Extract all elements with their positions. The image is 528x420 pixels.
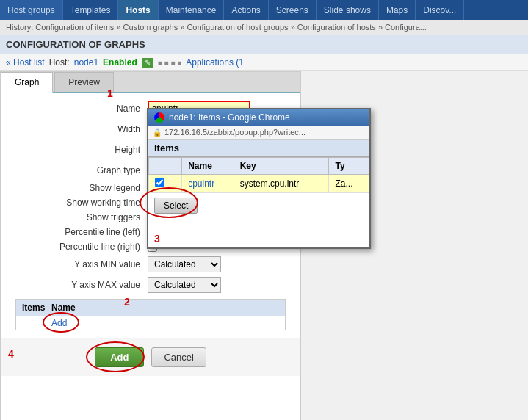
tabs: Graph Preview — [1, 72, 300, 93]
nav-hosts[interactable]: Hosts — [118, 0, 158, 20]
add-button[interactable]: Add — [95, 347, 144, 367]
nav-host-groups[interactable]: Host groups — [0, 0, 63, 20]
nav-maintenance[interactable]: Maintenance — [159, 0, 225, 20]
cancel-button[interactable]: Cancel — [151, 347, 206, 367]
y-axis-max-label: Y axis MAX value — [15, 280, 148, 290]
y-axis-max-select[interactable]: Calculated Fixed Item — [148, 277, 221, 293]
chrome-icon — [154, 112, 164, 123]
annotation-3: 3 — [154, 233, 160, 245]
width-label: Width — [15, 124, 148, 134]
popup-select-button[interactable]: Select — [154, 198, 198, 214]
popup-items-table: Name Key Ty cpuintr system.cpu.intr Za..… — [148, 157, 369, 193]
show-triggers-label: Show triggers — [15, 212, 148, 222]
items-col-name-header: Name — [46, 300, 285, 316]
popup-row-type-cell: Za... — [329, 175, 369, 193]
items-section: 2 Items Name Add — [15, 299, 286, 330]
top-navigation: Host groups Templates Hosts Maintenance … — [0, 0, 528, 20]
tab-preview[interactable]: Preview — [54, 72, 114, 92]
y-axis-min-row: Y axis MIN value Calculated Fixed Item — [15, 256, 286, 272]
tab-graph[interactable]: Graph — [1, 72, 53, 93]
items-col-num-header: Items — [16, 300, 46, 316]
graph-type-label: Graph type — [15, 165, 148, 175]
annotation-1: 1 — [107, 87, 113, 99]
name-label: Name — [15, 104, 148, 114]
popup-table-row: cpuintr system.cpu.intr Za... — [149, 175, 369, 193]
show-working-time-label: Show working time — [15, 198, 148, 208]
nav-actions[interactable]: Actions — [224, 0, 268, 20]
popup-row-checkbox-cell — [149, 175, 182, 193]
percentile-right-label: Percentile line (right) — [15, 242, 148, 252]
nav-discovery[interactable]: Discov... — [416, 0, 464, 20]
popup-content-header: Items — [148, 140, 369, 157]
popup-url-bar: 🔒 172.16.16.5/zabbix/popup.php?writec... — [148, 126, 369, 140]
popup-table-header-row: Name Key Ty — [149, 158, 369, 175]
host-name-link[interactable]: node1 — [74, 57, 98, 68]
popup-col-name: Name — [182, 158, 234, 175]
nav-templates[interactable]: Templates — [63, 0, 119, 20]
popup-col-key: Key — [234, 158, 329, 175]
percentile-left-label: Percentile line (left) — [15, 227, 148, 237]
popup-url: 172.16.16.5/zabbix/popup.php?writec... — [164, 128, 305, 137]
annotation-3-area: 3 — [148, 218, 369, 247]
popup-item-name-link[interactable]: cpuintr — [188, 178, 214, 189]
annotation-4: 4 — [8, 348, 14, 360]
host-status: Enabled — [103, 57, 137, 68]
items-add-row: Add — [16, 316, 285, 330]
bottom-buttons: Add Cancel — [1, 338, 300, 376]
host-list-link[interactable]: « Host list — [6, 57, 45, 68]
popup-window: node1: Items - Google Chrome 🔒 172.16.16… — [147, 108, 371, 249]
popup-col-type: Ty — [329, 158, 369, 175]
add-btn-container: Add — [95, 347, 144, 367]
host-label: Host: — [49, 57, 70, 68]
popup-title: node1: Items - Google Chrome — [169, 112, 290, 123]
items-add-link[interactable]: Add — [51, 318, 67, 328]
applications-link[interactable]: Applications (1 — [186, 57, 244, 68]
show-legend-label: Show legend — [15, 183, 148, 193]
popup-row-key-cell: system.cpu.intr — [234, 175, 329, 193]
lock-icon: 🔒 — [153, 128, 162, 137]
y-axis-max-row: Y axis MAX value Calculated Fixed Item — [15, 277, 286, 293]
y-axis-min-label: Y axis MIN value — [15, 259, 148, 269]
breadcrumb: History: Configuration of items » Custom… — [0, 20, 528, 35]
host-icons: ■ ■ ■ ■ — [158, 59, 182, 67]
y-axis-min-select[interactable]: Calculated Fixed Item — [148, 256, 221, 272]
items-table-header: Items Name — [16, 300, 285, 316]
host-edit-icon-btn[interactable]: ✎ — [142, 58, 153, 68]
popup-col-checkbox — [149, 158, 182, 175]
host-bar: « Host list Host: node1 Enabled ✎ ■ ■ ■ … — [0, 54, 528, 71]
items-table: Items Name Add — [15, 299, 286, 330]
annotation-2: 2 — [124, 296, 130, 308]
popup-titlebar: node1: Items - Google Chrome — [148, 109, 369, 126]
nav-screens[interactable]: Screens — [269, 0, 317, 20]
page-title: CONFIGURATION OF GRAPHS — [0, 35, 528, 54]
main-area: Graph Preview 1 Name Width · Hei — [0, 71, 528, 420]
nav-maps[interactable]: Maps — [379, 0, 416, 20]
popup-row-checkbox[interactable] — [155, 178, 164, 187]
nav-slideshows[interactable]: Slide shows — [317, 0, 379, 20]
popup-row-name-cell: cpuintr — [182, 175, 234, 193]
select-btn-container: Select — [148, 193, 203, 218]
add-link-container: Add — [51, 318, 67, 328]
height-label: Height — [15, 145, 148, 155]
